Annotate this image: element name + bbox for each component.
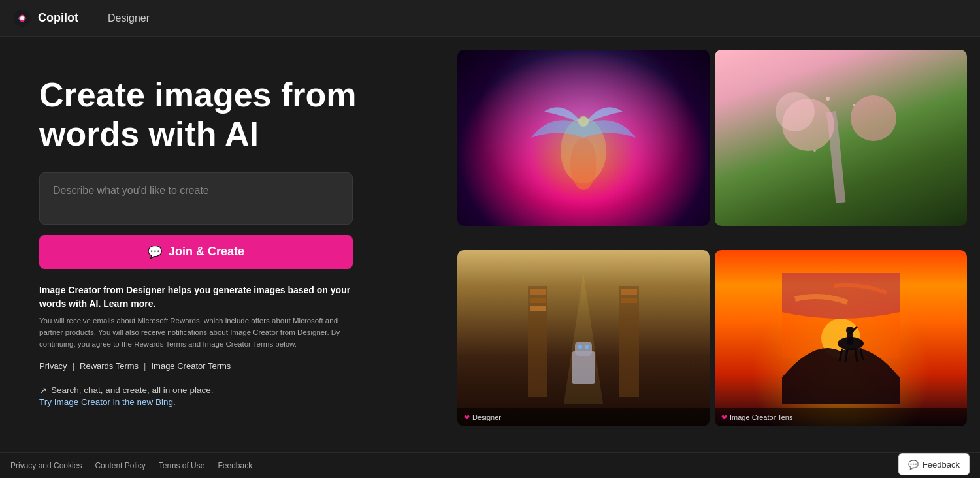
app-name: Copilot bbox=[38, 11, 78, 25]
product-name: Designer bbox=[108, 12, 150, 24]
learn-more-link[interactable]: Learn more. bbox=[103, 298, 155, 309]
svg-rect-21 bbox=[585, 345, 589, 349]
svg-rect-25 bbox=[847, 333, 853, 345]
chat-icon: 💬 bbox=[148, 245, 162, 259]
hero-title: Create images from words with AI bbox=[39, 76, 418, 154]
svg-rect-20 bbox=[578, 345, 582, 349]
prompt-input[interactable] bbox=[39, 172, 353, 225]
library-illustration bbox=[525, 273, 642, 404]
content-policy-link[interactable]: Content Policy bbox=[95, 461, 145, 470]
bing-promo: ↗ Search, chat, and create, all in one p… bbox=[39, 385, 418, 407]
image-creator-terms-link[interactable]: Image Creator Terms bbox=[151, 361, 231, 371]
feedback-button[interactable]: 💬 Feedback bbox=[898, 453, 970, 475]
left-panel: Create images from words with AI 💬 Join … bbox=[0, 37, 457, 452]
join-create-button[interactable]: 💬 Join & Create bbox=[39, 235, 353, 269]
svg-rect-14 bbox=[530, 306, 546, 311]
fine-print-text: You will receive emails about Microsoft … bbox=[39, 315, 353, 351]
warrior-bottom-label: ❤ Image Creator Tens bbox=[715, 408, 967, 426]
feedback-footer-link[interactable]: Feedback bbox=[218, 461, 252, 470]
main-content: Create images from words with AI 💬 Join … bbox=[0, 37, 980, 452]
header: Copilot Designer bbox=[0, 0, 980, 37]
svg-rect-16 bbox=[621, 289, 637, 295]
description-text: Image Creator from Designer helps you ge… bbox=[39, 283, 353, 311]
bing-promo-link[interactable]: Try Image Creator in the new Bing. bbox=[39, 397, 418, 407]
svg-point-8 bbox=[826, 97, 830, 101]
privacy-cookies-link[interactable]: Privacy and Cookies bbox=[10, 461, 82, 470]
svg-point-7 bbox=[776, 92, 815, 131]
copilot-logo-icon bbox=[13, 9, 31, 27]
svg-point-4 bbox=[570, 138, 596, 190]
arrow-icon: ↗ bbox=[39, 385, 47, 396]
image-card-phoenix[interactable] bbox=[457, 50, 710, 226]
svg-rect-13 bbox=[530, 298, 546, 303]
logo-area: Copilot Designer bbox=[13, 9, 150, 27]
rewards-terms-link[interactable]: Rewards Terms bbox=[80, 361, 139, 371]
image-grid: ❤ Designer bbox=[457, 37, 980, 452]
library-bottom-label: ❤ Designer bbox=[457, 408, 710, 426]
svg-point-3 bbox=[578, 116, 589, 127]
terms-links: Privacy | Rewards Terms | Image Creator … bbox=[39, 361, 418, 371]
svg-rect-15 bbox=[619, 286, 639, 397]
header-divider bbox=[93, 11, 93, 25]
svg-rect-12 bbox=[530, 289, 546, 295]
svg-point-1 bbox=[20, 16, 24, 20]
feedback-icon: 💬 bbox=[908, 460, 919, 470]
image-card-warrior[interactable]: ❤ Image Creator Tens bbox=[715, 250, 967, 426]
svg-point-6 bbox=[851, 95, 896, 141]
privacy-link[interactable]: Privacy bbox=[39, 361, 67, 371]
footer-links: Privacy and Cookies Content Policy Terms… bbox=[10, 461, 970, 470]
svg-rect-17 bbox=[621, 298, 637, 303]
svg-rect-18 bbox=[572, 351, 595, 384]
phoenix-illustration bbox=[525, 72, 642, 203]
svg-rect-19 bbox=[575, 342, 592, 356]
warrior-illustration bbox=[782, 273, 900, 404]
svg-rect-11 bbox=[528, 286, 547, 397]
image-card-cherry[interactable] bbox=[715, 50, 967, 226]
image-card-library[interactable]: ❤ Designer bbox=[457, 250, 710, 426]
terms-of-use-link[interactable]: Terms of Use bbox=[159, 461, 205, 470]
svg-point-9 bbox=[853, 104, 855, 106]
svg-point-10 bbox=[813, 150, 816, 152]
cherry-illustration bbox=[776, 72, 906, 203]
svg-point-2 bbox=[561, 118, 606, 183]
footer: Privacy and Cookies Content Policy Terms… bbox=[0, 452, 980, 478]
